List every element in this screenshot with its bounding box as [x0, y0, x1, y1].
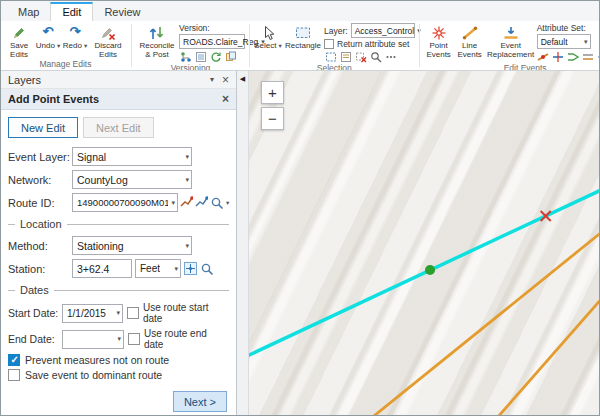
discard-edits-button[interactable]: Discard Edits [89, 22, 127, 59]
map-features [249, 71, 599, 415]
station-unit-dropdown-icon: ▾ [171, 265, 178, 273]
point-events-button[interactable]: Point Events [424, 22, 454, 59]
attribute-set-combobox[interactable]: Default ▾ [537, 34, 591, 49]
offset-event-icon[interactable] [582, 51, 595, 63]
event-layer-combobox[interactable]: Signal ▾ [72, 147, 192, 166]
clear-selection-icon[interactable] [354, 51, 367, 63]
merge-events-icon[interactable] [567, 51, 580, 63]
use-route-end-checkbox[interactable] [128, 333, 140, 345]
select-by-attributes-icon[interactable] [339, 51, 352, 63]
event-layer-label: Event Layer: [8, 151, 72, 163]
method-label: Method: [8, 240, 72, 252]
tab-review[interactable]: Review [93, 3, 151, 21]
next-edit-button[interactable]: Next Edit [83, 117, 154, 138]
layers-pane-header: Layers ▾ × [1, 71, 236, 89]
version-label: Version: [179, 23, 245, 33]
left-dock: Layers ▾ × Add Point Events × New Edit N… [1, 71, 237, 415]
save-edits-button[interactable]: Save Edits [4, 22, 34, 59]
method-combobox[interactable]: Stationing ▾ [72, 236, 192, 255]
zoom-to-selection-icon[interactable] [369, 51, 382, 63]
network-combobox[interactable]: CountyLog ▾ [72, 170, 192, 189]
version-changes-icon[interactable] [194, 51, 207, 63]
tab-edit[interactable]: Edit [50, 2, 93, 21]
rectangle-tool-icon [295, 24, 311, 41]
locate-event-icon[interactable] [597, 51, 599, 63]
event-layer-dropdown-icon: ▾ [182, 153, 189, 161]
start-date-picker[interactable]: 1/1/2015 ▾ [62, 304, 123, 323]
line-events-button[interactable]: Line Events [455, 22, 485, 59]
zoom-out-button[interactable]: − [261, 107, 284, 130]
pick-route-from-map-icon[interactable] [195, 196, 208, 209]
ribbon-tabbar: Map Edit Review [1, 1, 599, 21]
station-row: Station: Feet ▾ [8, 259, 229, 278]
layer-label: Layer: [324, 26, 348, 36]
attribute-set-dropdown-icon: ▾ [581, 38, 588, 46]
route-locator-icon[interactable]: ▾ [210, 196, 229, 210]
event-replacement-button[interactable]: Event Replacement [486, 22, 536, 59]
pick-route-icon[interactable] [180, 196, 193, 209]
end-date-row: End Date: ▾ Use route end date [8, 328, 229, 350]
add-point-events-close-icon[interactable]: × [222, 93, 229, 105]
pane-collapse-strip[interactable]: ◀ [237, 71, 249, 415]
versioning-tools [179, 50, 245, 63]
end-date-dropdown-icon: ▾ [114, 335, 121, 343]
station-picker-icon[interactable] [183, 261, 198, 276]
route-id-label: Route ID: [8, 197, 72, 209]
secondary-route-line-1 [368, 231, 599, 415]
group-versioning: Reconcile & Post Version: ROADS.Claire_R… [133, 21, 248, 70]
select-all-icon[interactable] [324, 51, 337, 63]
version-combobox[interactable]: ROADS.Claire_Reg ▾ [179, 34, 245, 49]
conflicts-icon[interactable] [224, 51, 237, 63]
save-edits-label: Save Edits [4, 41, 34, 59]
tab-map[interactable]: Map [7, 3, 50, 21]
route-id-value: 14900000700090M01 [77, 197, 168, 208]
start-date-value: 1/1/2015 [67, 308, 106, 319]
arcgis-pro-window: Map Edit Review Save Edits ↶ Undo▾ ↷ Red… [0, 0, 600, 416]
route-id-row: Route ID: 14900000700090M01 ▾ ▾ [8, 193, 229, 212]
undo-dropdown-icon[interactable]: ▾ [57, 42, 60, 49]
next-button[interactable]: Next > [173, 391, 227, 412]
branch-version-icon[interactable] [179, 51, 192, 63]
layer-combobox[interactable]: Access_Control ▾ [351, 23, 415, 38]
group-selection: Select▾ Rectangle Layer: Access_Control … [251, 21, 418, 70]
attribute-set-value: Default [541, 37, 568, 47]
return-attribute-set-checkbox[interactable] [324, 39, 334, 49]
map-zoom-control: + − [261, 81, 284, 130]
group-label-manage-edits: Manage Edits [4, 59, 127, 71]
new-edit-button[interactable]: New Edit [8, 117, 78, 138]
reconcile-post-label: Reconcile & Post [136, 41, 178, 59]
use-route-start-checkbox[interactable] [127, 307, 139, 319]
edit-buttons-row: New Edit Next Edit [8, 117, 229, 138]
layers-pane-menu-icon[interactable]: ▾ [210, 76, 214, 84]
split-event-icon[interactable] [552, 51, 565, 63]
map-canvas[interactable]: + − [249, 71, 599, 415]
zoom-in-button[interactable]: + [261, 81, 284, 104]
reconcile-post-button[interactable]: Reconcile & Post [136, 22, 178, 59]
end-date-picker[interactable]: ▾ [62, 330, 124, 349]
select-dropdown-icon[interactable]: ▾ [278, 42, 281, 49]
station-unit-combobox[interactable]: Feet ▾ [135, 259, 181, 278]
station-unit-value: Feet [140, 263, 160, 274]
group-label-edit-events: Edit Events [424, 63, 599, 71]
undo-icon: ↶ [43, 24, 54, 41]
dates-section-header: Dates [8, 284, 229, 296]
prevent-measures-row: Prevent measures not on route [8, 354, 229, 366]
selection-options-icon[interactable] [384, 51, 397, 63]
zoom-to-station-icon[interactable] [200, 262, 214, 276]
redo-dropdown-icon[interactable]: ▾ [84, 42, 87, 49]
event-layer-value: Signal [77, 151, 106, 163]
save-dominant-checkbox[interactable] [8, 369, 20, 381]
collapse-left-icon[interactable]: ◀ [240, 75, 245, 82]
rectangle-tool-button[interactable]: Rectangle [283, 22, 323, 50]
route-id-combobox[interactable]: 14900000700090M01 ▾ [72, 193, 178, 212]
add-event-on-line-icon[interactable] [537, 51, 550, 63]
undo-button[interactable]: ↶ Undo▾ [35, 22, 61, 50]
station-input[interactable] [72, 259, 132, 278]
line-events-icon [462, 24, 478, 41]
select-button[interactable]: Select▾ [254, 22, 282, 50]
route-locator-dropdown-icon: ▾ [226, 199, 229, 207]
redo-button[interactable]: ↷ Redo▾ [62, 22, 88, 50]
prevent-measures-checkbox[interactable] [8, 354, 20, 366]
refresh-version-icon[interactable] [209, 51, 222, 63]
layers-pane-close-icon[interactable]: × [222, 74, 229, 86]
